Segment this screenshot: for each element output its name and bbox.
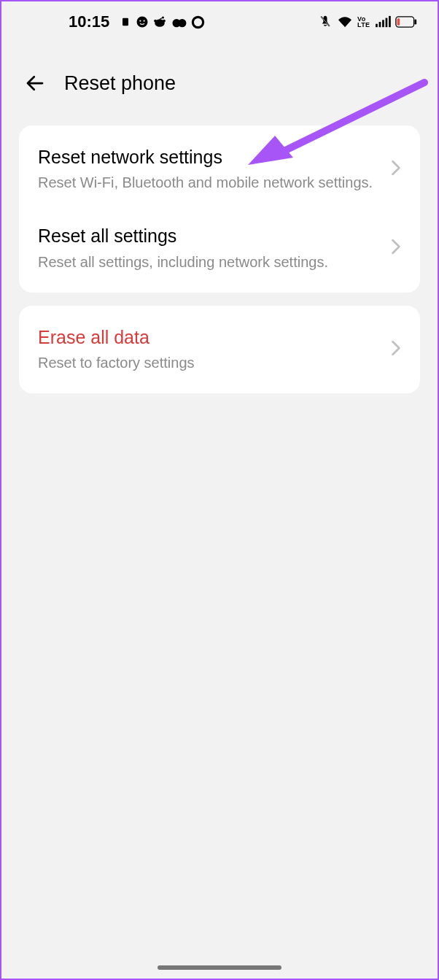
- svg-rect-12: [379, 22, 381, 27]
- status-reddit-icon: [153, 15, 166, 28]
- status-app-icon-1: [120, 16, 131, 28]
- wifi-icon: [337, 15, 353, 28]
- item-title: Reset all settings: [38, 225, 381, 247]
- reset-network-settings-item[interactable]: Reset network settings Reset Wi-Fi, Blue…: [19, 130, 420, 209]
- settings-group-1: Reset network settings Reset Wi-Fi, Blue…: [19, 126, 420, 293]
- svg-rect-11: [376, 24, 378, 28]
- page-header: Reset phone: [1, 42, 438, 112]
- signal-icon: [375, 15, 391, 28]
- status-face-icon: [136, 15, 149, 28]
- item-subtitle: Reset to factory settings: [38, 353, 381, 373]
- svg-rect-14: [386, 18, 388, 28]
- mute-icon: [318, 15, 333, 29]
- list-item-text: Erase all data Reset to factory settings: [38, 326, 381, 373]
- status-dots-icon: ●●: [171, 11, 182, 34]
- erase-all-data-item[interactable]: Erase all data Reset to factory settings: [19, 310, 420, 389]
- svg-rect-13: [382, 20, 384, 27]
- back-button[interactable]: [23, 72, 47, 95]
- list-item-text: Reset all settings Reset all settings, i…: [38, 225, 381, 271]
- svg-point-3: [144, 20, 145, 21]
- item-subtitle: Reset all settings, including network se…: [38, 252, 381, 272]
- chevron-right-icon: [391, 340, 401, 359]
- svg-point-8: [193, 17, 203, 27]
- svg-point-6: [163, 20, 166, 23]
- chevron-right-icon: [391, 160, 401, 179]
- chevron-right-icon: [391, 239, 401, 258]
- svg-rect-17: [414, 19, 416, 24]
- status-bar: 10:15 ●● VoLTE: [1, 1, 438, 42]
- status-circle-icon: [191, 15, 205, 29]
- volte-icon: VoLTE: [357, 16, 370, 28]
- svg-rect-15: [389, 16, 391, 27]
- list-item-text: Reset network settings Reset Wi-Fi, Blue…: [38, 146, 381, 193]
- status-time: 10:15: [69, 12, 109, 31]
- battery-icon: [395, 16, 417, 28]
- settings-group-2: Erase all data Reset to factory settings: [19, 306, 420, 393]
- svg-point-2: [140, 20, 141, 21]
- back-arrow-icon: [24, 72, 46, 94]
- reset-all-settings-item[interactable]: Reset all settings Reset all settings, i…: [19, 209, 420, 288]
- svg-rect-18: [397, 18, 400, 26]
- home-indicator[interactable]: [158, 965, 281, 970]
- item-title: Reset network settings: [38, 146, 381, 169]
- svg-rect-0: [123, 18, 128, 26]
- svg-point-5: [154, 20, 157, 23]
- item-title: Erase all data: [38, 326, 381, 349]
- page-title: Reset phone: [64, 72, 176, 95]
- svg-point-1: [137, 17, 148, 28]
- status-bar-left: 10:15 ●●: [69, 11, 205, 34]
- status-bar-right: VoLTE: [318, 15, 417, 29]
- item-subtitle: Reset Wi-Fi, Bluetooth and mobile networ…: [38, 173, 381, 193]
